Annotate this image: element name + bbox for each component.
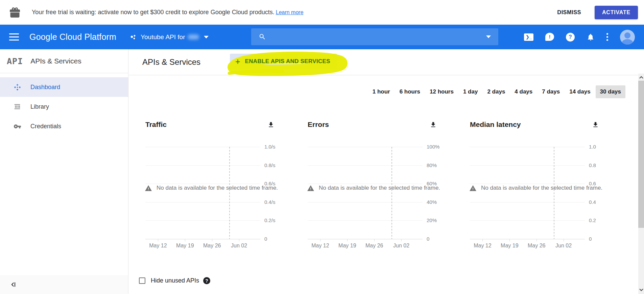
scroll-down-icon[interactable] — [638, 287, 644, 293]
time-range-4-days[interactable]: 4 days — [510, 85, 537, 98]
chevron-down-icon — [204, 36, 209, 38]
enable-apis-label: ENABLE APIS AND SERVICES — [245, 58, 330, 65]
dismiss-button[interactable]: DISMISS — [557, 9, 581, 16]
sidebar-item-credentials[interactable]: Credentials — [0, 116, 128, 136]
sidebar-item-label: Credentials — [30, 123, 61, 130]
time-range-1-day[interactable]: 1 day — [459, 85, 482, 98]
no-data-message: No data is available for the selected ti… — [307, 185, 440, 191]
gridline — [308, 220, 423, 221]
sidebar-item-dashboard[interactable]: Dashboard — [0, 77, 128, 97]
collapse-sidebar-icon[interactable] — [9, 281, 17, 288]
sidebar-item-library[interactable]: Library — [0, 97, 128, 116]
x-axis-label: May 19 — [176, 243, 194, 249]
download-icon[interactable] — [430, 121, 437, 128]
x-tick — [185, 239, 185, 241]
project-selector[interactable]: Youtube API for — [130, 33, 209, 41]
time-range-7-days[interactable]: 7 days — [538, 85, 564, 98]
x-tick — [158, 239, 158, 241]
chart-title: Median latency — [470, 121, 521, 129]
y-axis-label: 1.0/s — [264, 144, 276, 150]
sidebar: API APIs & Services Dashboard Library Cr… — [0, 49, 128, 294]
gridline — [145, 165, 260, 166]
scrollbar-thumb[interactable] — [638, 81, 644, 228]
cloud-shell-icon[interactable]: ❯_ — [524, 33, 533, 41]
gridline — [470, 184, 585, 184]
search-icon — [259, 33, 266, 41]
help-icon[interactable]: ? — [566, 33, 575, 42]
traffic-chart: Traffic 1.0/s 0.8/s 0.6/s 0.4/s 0.2/s 0 … — [145, 121, 281, 239]
activate-button[interactable]: ACTIVATE — [595, 6, 638, 19]
dashed-guideline — [229, 147, 230, 239]
key-icon — [13, 123, 22, 130]
sidebar-item-label: Dashboard — [30, 84, 60, 91]
y-axis-label: 0 — [589, 236, 592, 242]
search-dropdown-icon[interactable] — [486, 35, 491, 38]
scroll-up-icon[interactable] — [638, 75, 644, 80]
time-range-6-hours[interactable]: 6 hours — [395, 85, 425, 98]
time-range-12-hours[interactable]: 12 hours — [425, 85, 458, 98]
notifications-icon[interactable] — [587, 33, 595, 41]
time-range-2-days[interactable]: 2 days — [483, 85, 509, 98]
x-axis-label: May 12 — [474, 243, 491, 249]
x-axis-label: Jun 02 — [393, 243, 409, 249]
enable-apis-button[interactable]: + ENABLE APIS AND SERVICES — [230, 54, 337, 69]
x-axis-label: Jun 02 — [231, 243, 247, 249]
chart-title: Errors — [308, 121, 329, 129]
page-title: APIs & Services — [142, 57, 200, 67]
page-header: APIs & Services + ENABLE APIS AND SERVIC… — [129, 49, 638, 75]
gridline — [308, 202, 423, 203]
download-icon[interactable] — [592, 121, 599, 128]
hide-unused-checkbox[interactable] — [139, 277, 145, 284]
sidebar-title: APIs & Services — [30, 57, 81, 65]
chart-header: Traffic — [145, 121, 275, 129]
time-range-1-hour[interactable]: 1 hour — [368, 85, 395, 98]
x-axis-label: May 26 — [365, 243, 383, 249]
sidebar-footer — [0, 275, 128, 294]
y-axis-label: 0 — [264, 236, 267, 242]
x-tick — [320, 239, 320, 241]
help-circle-icon[interactable]: ? — [203, 277, 210, 284]
chart-header: Errors — [308, 121, 437, 129]
gridline — [308, 165, 423, 166]
avatar[interactable] — [620, 30, 635, 45]
trial-message: Your free trial is waiting: activate now… — [32, 9, 275, 16]
gridline — [470, 147, 585, 147]
search-input[interactable] — [251, 28, 498, 45]
gridline — [145, 184, 260, 184]
time-range-14-days[interactable]: 14 days — [565, 85, 595, 98]
gridline — [145, 147, 260, 147]
sidebar-nav: Dashboard Library Credentials — [0, 77, 128, 136]
menu-icon[interactable] — [9, 33, 19, 41]
x-tick — [374, 239, 375, 241]
chart-plot-area: 1.0 0.8 0.6 0.4 0.2 0 May 12 May 19 May … — [470, 147, 585, 239]
gridline — [470, 165, 585, 166]
time-range-30-days[interactable]: 30 days — [596, 85, 625, 98]
gridline — [470, 202, 585, 203]
errors-chart: Errors 100% 80% 60% 40% 20% 0 May 12 — [308, 121, 443, 239]
gridline — [470, 220, 585, 221]
chart-plot-area: 1.0/s 0.8/s 0.6/s 0.4/s 0.2/s 0 May 12 M… — [145, 147, 260, 239]
y-axis-label: 0 — [427, 236, 429, 242]
feedback-icon[interactable]: ! — [545, 33, 554, 42]
library-icon — [13, 103, 22, 110]
x-tick — [564, 239, 564, 241]
y-axis-label: 100% — [427, 144, 439, 150]
download-icon[interactable] — [267, 121, 275, 128]
x-tick — [401, 239, 402, 241]
chart-title: Traffic — [145, 121, 167, 129]
x-tick — [239, 239, 239, 241]
y-axis-label: 20% — [427, 217, 437, 223]
dashed-guideline — [391, 147, 392, 239]
x-axis-label: May 26 — [528, 243, 545, 249]
learn-more-link[interactable]: Learn more — [276, 9, 304, 16]
x-axis-label: Jun 02 — [555, 243, 572, 249]
warning-icon — [469, 185, 477, 191]
vertical-scrollbar[interactable] — [638, 74, 644, 294]
x-axis-label: May 12 — [311, 243, 329, 249]
hide-unused-row: Hide unused APIs ? — [139, 277, 210, 284]
charts-row: Traffic 1.0/s 0.8/s 0.6/s 0.4/s 0.2/s 0 … — [145, 121, 605, 239]
more-vert-icon[interactable] — [606, 33, 608, 41]
y-axis-label: 40% — [427, 199, 437, 205]
x-tick — [509, 239, 510, 241]
time-range-selector: 1 hour 6 hours 12 hours 1 day 2 days 4 d… — [368, 85, 625, 98]
